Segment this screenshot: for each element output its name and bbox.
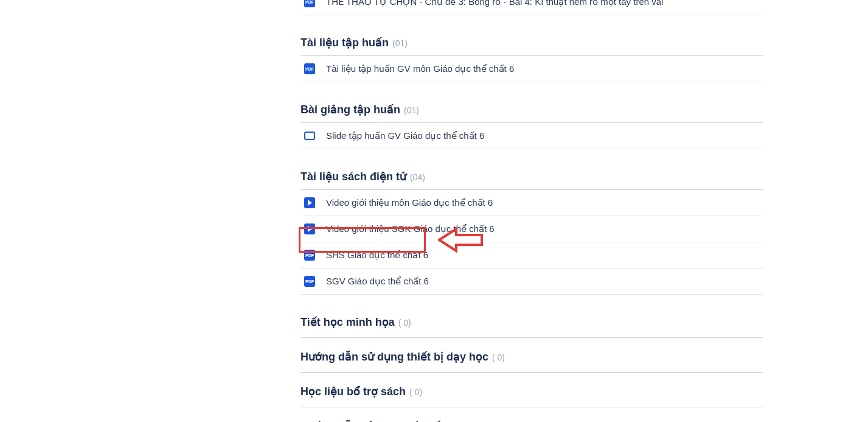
- pdf-icon: PDF: [304, 250, 315, 261]
- pdf-icon: PDF: [304, 63, 315, 74]
- section-count: (01): [392, 38, 408, 48]
- section-title: Bài giảng tập huấn: [300, 103, 400, 116]
- video-icon: [304, 223, 315, 234]
- section-title: Hướng dẫn sử dụng hệ thống: [300, 420, 454, 422]
- section-count: (04): [410, 172, 425, 182]
- section-header: Tiết học minh họa ( 0): [300, 295, 763, 338]
- list-item[interactable]: Video giới thiệu môn Giáo dục thể chất 6: [300, 190, 763, 216]
- slide-icon: [304, 132, 315, 140]
- section-header: Tài liệu tập huấn (01): [300, 15, 763, 56]
- list-item[interactable]: PDF THỂ THAO TỰ CHỌN - Chủ đề 3: Bóng rổ…: [300, 0, 763, 15]
- section-title: Tiết học minh họa: [300, 315, 395, 329]
- pdf-icon: PDF: [304, 276, 315, 287]
- list-item-highlighted[interactable]: PDF SHS Giáo dục thể chất 6: [300, 242, 763, 269]
- section-title: Học liệu bổ trợ sách: [300, 385, 406, 398]
- item-label: Tài liệu tập huấn GV môn Giáo dục thể ch…: [326, 63, 514, 74]
- pdf-icon: PDF: [304, 0, 315, 7]
- section-header: Hướng dẫn sử dụng hệ thống (02): [300, 407, 763, 422]
- item-label: SHS Giáo dục thể chất 6: [326, 250, 428, 261]
- item-label: Video giới thiệu môn Giáo dục thể chất 6: [326, 197, 493, 208]
- video-icon: [304, 197, 315, 208]
- section-header: Hướng dẫn sử dụng thiết bị dạy học ( 0): [300, 338, 763, 373]
- item-label: Video giới thiệu SGK Giáo dục thể chất 6: [326, 223, 495, 234]
- section-title: Hướng dẫn sử dụng thiết bị dạy học: [300, 350, 488, 364]
- item-label: SGV Giáo dục thể chất 6: [326, 276, 429, 287]
- content-area: PDF THỂ THAO TỰ CHỌN - Chủ đề 3: Bóng rổ…: [300, 0, 763, 422]
- section-count: ( 0): [492, 353, 505, 362]
- section-header: Tài liệu sách điện tử (04): [300, 149, 763, 190]
- item-label: THỂ THAO TỰ CHỌN - Chủ đề 3: Bóng rổ - B…: [326, 0, 663, 7]
- item-label: Slide tập huấn GV Giáo dục thể chất 6: [326, 130, 484, 141]
- section-title: Tài liệu sách điện tử: [300, 170, 406, 183]
- list-item[interactable]: PDF SGV Giáo dục thể chất 6: [300, 269, 763, 295]
- list-item[interactable]: Video giới thiệu SGK Giáo dục thể chất 6: [300, 216, 763, 242]
- section-count: (01): [404, 105, 419, 115]
- section-header: Học liệu bổ trợ sách ( 0): [300, 373, 763, 407]
- list-item[interactable]: PDF Tài liệu tập huấn GV môn Giáo dục th…: [300, 56, 763, 82]
- section-title: Tài liệu tập huấn: [300, 36, 389, 49]
- section-count: ( 0): [409, 387, 422, 397]
- section-count: ( 0): [398, 318, 411, 328]
- section-header: Bài giảng tập huấn (01): [300, 82, 763, 123]
- list-item[interactable]: Slide tập huấn GV Giáo dục thể chất 6: [300, 123, 763, 149]
